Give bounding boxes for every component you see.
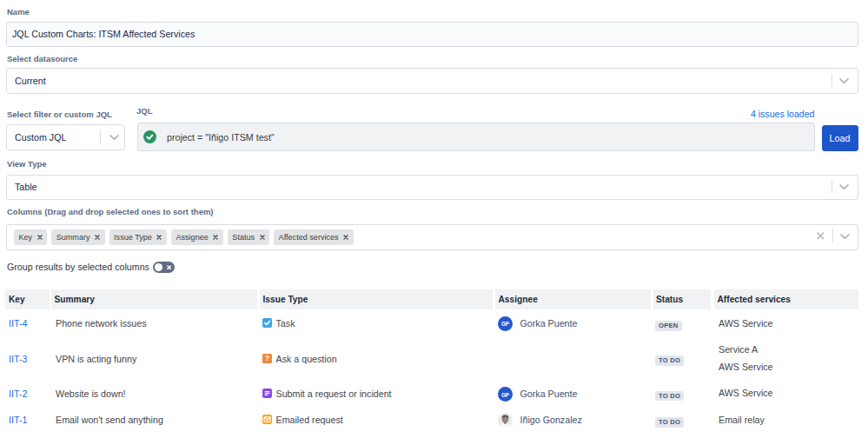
svg-text:?: ? [265, 355, 269, 362]
svg-text:GP: GP [501, 321, 510, 327]
svg-text:GP: GP [501, 391, 510, 397]
